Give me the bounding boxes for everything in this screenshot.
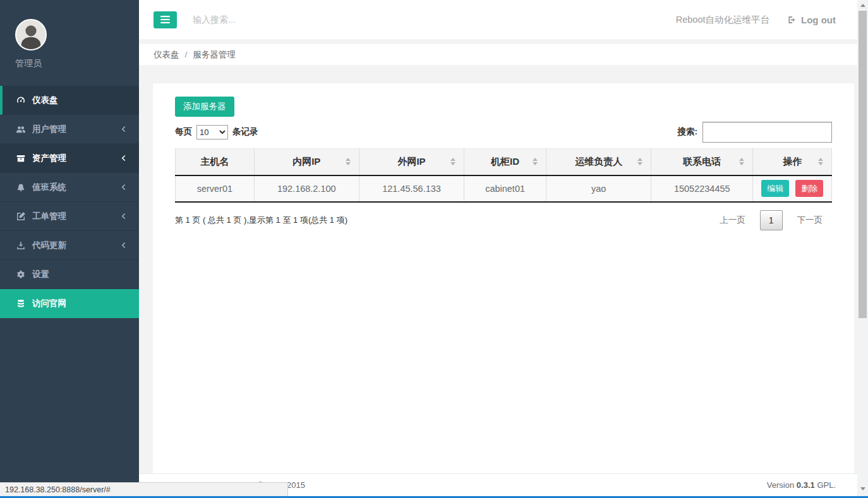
table-search-input[interactable] (702, 122, 832, 143)
version-suffix: GPL. (817, 480, 836, 490)
topbar-right: Reboot自动化运维平台 Log out (676, 14, 836, 26)
column-label: 操作 (783, 156, 802, 167)
sort-icon[interactable] (533, 158, 538, 165)
vertical-scrollbar[interactable] (857, 0, 868, 496)
servers-table: 主机名 内网IP 外网IP 机柜ID 运维负责人 (175, 148, 832, 203)
cell-cabinet-id: cabinet01 (464, 175, 546, 202)
download-icon (16, 240, 26, 251)
sort-icon[interactable] (450, 158, 455, 165)
column-label: 主机名 (200, 156, 229, 167)
add-server-button[interactable]: 添加服务器 (175, 97, 234, 117)
pagination-controls: 上一页 1 下一页 (710, 210, 832, 231)
archive-icon (16, 153, 26, 163)
sign-out-icon (787, 15, 797, 25)
delete-button[interactable]: 删除 (795, 180, 823, 197)
column-header-hostname[interactable]: 主机名 (176, 149, 255, 175)
breadcrumb: 仪表盘 / 服务器管理 (139, 44, 857, 65)
sidebar: 管理员 仪表盘 用户管理 资产管理 (0, 0, 139, 498)
sidebar-item-label: 设置 (32, 269, 49, 280)
cell-owner: yao (546, 175, 651, 202)
table-search-label: 搜索: (678, 126, 698, 138)
browser-status-bar: 192.168.38.250:8888/server/# (0, 482, 288, 496)
cell-hostname: server01 (176, 175, 255, 202)
next-page-button[interactable]: 下一页 (788, 210, 833, 231)
logout-button[interactable]: Log out (787, 15, 836, 25)
column-header-actions[interactable]: 操作 (753, 149, 832, 175)
sort-icon[interactable] (346, 158, 351, 165)
sidebar-item-tickets[interactable]: 工单管理 (0, 202, 139, 231)
sidebar-item-assets[interactable]: 资产管理 (0, 144, 139, 173)
sort-icon[interactable] (739, 158, 744, 165)
chevron-left-icon (121, 184, 126, 191)
dashboard-icon (16, 95, 26, 105)
topbar-search-input[interactable] (193, 15, 357, 25)
column-label: 机柜ID (491, 156, 519, 167)
chevron-left-icon (121, 155, 126, 162)
scrollbar-thumb[interactable] (859, 11, 867, 318)
column-label: 外网IP (397, 156, 425, 167)
scroll-down-arrow-icon[interactable] (857, 483, 868, 494)
cell-lan-ip: 192.168.2.100 (254, 175, 359, 202)
current-page-button[interactable]: 1 (760, 210, 783, 230)
status-url: 192.168.38.250:8888/server/# (5, 485, 111, 494)
sort-icon[interactable] (818, 158, 823, 165)
main-area: Reboot自动化运维平台 Log out 仪表盘 / 服务器管理 添加服务器 … (139, 0, 857, 498)
chevron-left-icon (121, 242, 126, 249)
table-row: server01 192.168.2.100 121.45.56.133 cab… (176, 175, 832, 202)
sidebar-nav: 仪表盘 用户管理 资产管理 (0, 86, 139, 318)
sidebar-item-label: 值班系统 (32, 182, 66, 193)
sidebar-item-label: 资产管理 (32, 153, 66, 164)
sidebar-item-settings[interactable]: 设置 (0, 260, 139, 289)
sidebar-item-label: 用户管理 (32, 124, 66, 135)
profile-name: 管理员 (15, 58, 124, 69)
sidebar-item-code-update[interactable]: 代码更新 (0, 231, 139, 260)
table-controls: 每页 10 条记录 搜索: (175, 120, 832, 144)
table-header-row: 主机名 内网IP 外网IP 机柜ID 运维负责人 (176, 149, 832, 175)
content-panel: 添加服务器 每页 10 条记录 搜索: 主机名 (153, 83, 854, 473)
avatar-image (16, 20, 45, 49)
version-prefix: Version (767, 480, 794, 490)
sidebar-item-users[interactable]: 用户管理 (0, 115, 139, 144)
column-header-wan-ip[interactable]: 外网IP (359, 149, 464, 175)
column-header-phone[interactable]: 联系电话 (651, 149, 753, 175)
avatar[interactable] (15, 19, 47, 50)
gear-icon (16, 270, 26, 280)
sidebar-item-official-site[interactable]: 访问官网 (0, 289, 139, 318)
cell-phone: 15052234455 (651, 175, 753, 202)
users-icon (16, 124, 26, 134)
edit-icon (16, 211, 26, 222)
breadcrumb-server-management[interactable]: 服务器管理 (193, 49, 236, 61)
sort-icon[interactable] (637, 158, 642, 165)
chevron-left-icon (121, 126, 126, 133)
column-label: 联系电话 (683, 156, 721, 167)
sidebar-toggle-button[interactable] (154, 11, 177, 28)
breadcrumb-dashboard[interactable]: 仪表盘 (154, 49, 179, 61)
version-text: Version 0.3.1 GPL. (767, 480, 836, 490)
breadcrumb-separator: / (185, 50, 188, 59)
topbar: Reboot自动化运维平台 Log out (139, 0, 857, 39)
sidebar-item-duty[interactable]: 值班系统 (0, 173, 139, 202)
cell-actions: 编辑 删除 (753, 175, 832, 202)
cell-wan-ip: 121.45.56.133 (359, 175, 464, 202)
column-header-lan-ip[interactable]: 内网IP (254, 149, 359, 175)
scroll-up-arrow-icon[interactable] (857, 0, 868, 11)
pagination-info: 第 1 页 ( 总共 1 页 ),显示第 1 至 1 项(总共 1 项) (175, 215, 347, 226)
sidebar-item-label: 工单管理 (32, 211, 66, 222)
database-icon (16, 299, 26, 309)
previous-page-button[interactable]: 上一页 (710, 210, 755, 231)
column-header-owner[interactable]: 运维负责人 (546, 149, 651, 175)
sidebar-item-label: 代码更新 (32, 240, 66, 251)
pagination: 第 1 页 ( 总共 1 页 ),显示第 1 至 1 项(总共 1 项) 上一页… (175, 210, 832, 231)
bell-icon (16, 182, 26, 193)
column-header-cabinet-id[interactable]: 机柜ID (464, 149, 546, 175)
chevron-left-icon (121, 213, 126, 220)
hamburger-icon (160, 16, 170, 23)
version-number: 0.3.1 (797, 480, 815, 490)
page-size-select[interactable]: 10 (196, 125, 228, 139)
sidebar-item-dashboard[interactable]: 仪表盘 (0, 86, 139, 115)
sidebar-item-label: 访问官网 (32, 298, 66, 309)
table-search-control: 搜索: (678, 122, 833, 143)
column-label: 运维负责人 (575, 156, 622, 167)
logout-label: Log out (801, 15, 836, 25)
edit-button[interactable]: 编辑 (761, 180, 789, 197)
